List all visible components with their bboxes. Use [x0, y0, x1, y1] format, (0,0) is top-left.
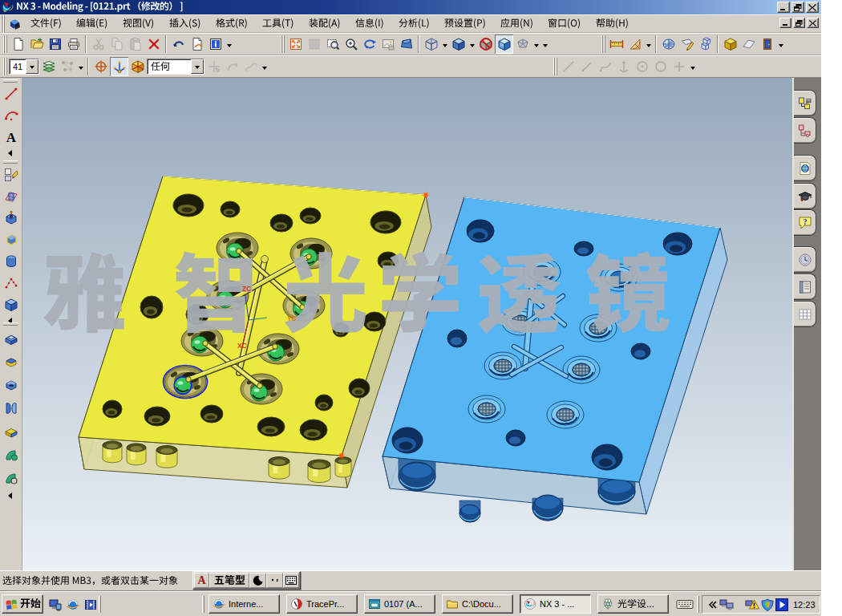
- menu-v[interactable]: [115, 16, 162, 31]
- cylinder-button[interactable]: [2, 252, 21, 271]
- point-construct-button[interactable]: [614, 57, 633, 76]
- menu-t[interactable]: [255, 16, 302, 31]
- exit-button[interactable]: [758, 34, 776, 54]
- chamfer-button[interactable]: [2, 352, 21, 371]
- restore-button[interactable]: [791, 2, 804, 13]
- part-document-icon[interactable]: [7, 18, 21, 30]
- wireframe-display-button[interactable]: [422, 34, 440, 54]
- task-lens-app[interactable]: [597, 594, 669, 614]
- edge-blend-button[interactable]: [2, 468, 21, 488]
- zoom-box-button[interactable]: [323, 34, 342, 54]
- layer-settings-button[interactable]: [39, 57, 58, 76]
- toolbar-grip[interactable]: [3, 79, 18, 83]
- expand-arrow-icon[interactable]: [2, 149, 19, 157]
- dropdown-arrow-icon[interactable]: [688, 57, 697, 76]
- combo-dropdown-button[interactable]: [191, 59, 204, 74]
- trim-body-button[interactable]: [2, 375, 21, 395]
- rotate-view-button[interactable]: [360, 34, 378, 54]
- menu-p[interactable]: [437, 16, 493, 31]
- text-tool-button[interactable]: A: [2, 128, 21, 147]
- wcs-orient-button[interactable]: [128, 57, 147, 76]
- tray-play-icon[interactable]: [775, 598, 788, 611]
- zoom-button[interactable]: [342, 34, 360, 54]
- task-explorer[interactable]: C:\Docu...: [442, 594, 513, 614]
- blend-button[interactable]: [2, 445, 21, 464]
- dropdown-arrow-icon[interactable]: [468, 34, 476, 54]
- toolbar-grip[interactable]: [3, 58, 7, 75]
- task-tracepro[interactable]: TracePr...: [286, 594, 358, 614]
- toolbar-grip[interactable]: [3, 322, 18, 326]
- minimize-button[interactable]: [777, 2, 790, 13]
- materials-tab[interactable]: [794, 301, 816, 327]
- dropdown-arrow-icon[interactable]: [776, 34, 785, 54]
- undo-button[interactable]: [169, 34, 188, 54]
- menu-f[interactable]: [23, 16, 69, 31]
- task-internet[interactable]: Interne...: [208, 594, 280, 614]
- paste-button[interactable]: [126, 34, 144, 54]
- line-button[interactable]: [559, 57, 577, 76]
- pan-view-button[interactable]: [378, 34, 397, 54]
- suppress-shading-button[interactable]: [476, 34, 495, 54]
- block-button[interactable]: [2, 295, 21, 314]
- facet-display-button[interactable]: [513, 34, 532, 54]
- subtract-button[interactable]: [2, 422, 21, 441]
- layer-category-button[interactable]: [58, 57, 76, 76]
- close-button[interactable]: [806, 2, 819, 13]
- snap-chain-button[interactable]: [241, 57, 260, 76]
- graphics-viewport[interactable]: ZC XC YC: [22, 78, 792, 570]
- start-button[interactable]: [2, 594, 43, 614]
- web-browser-tab[interactable]: [794, 155, 816, 181]
- new-button[interactable]: [9, 34, 27, 54]
- doc-restore-button[interactable]: [793, 18, 805, 28]
- menu-e[interactable]: [69, 16, 115, 31]
- perspective-button[interactable]: [397, 34, 415, 54]
- menu-i[interactable]: [348, 16, 391, 31]
- display-sheet-button[interactable]: [739, 34, 758, 54]
- sketch-line-button[interactable]: [2, 84, 21, 103]
- point-set-button[interactable]: [2, 274, 21, 293]
- wcs-dynamics-button[interactable]: [110, 57, 128, 76]
- circle-center-button[interactable]: [633, 57, 651, 76]
- tray-shield-icon[interactable]: [761, 598, 774, 611]
- tray-keyboard-icon[interactable]: [676, 598, 694, 611]
- history-tab[interactable]: [794, 246, 816, 273]
- shaded-display-button[interactable]: [449, 34, 468, 54]
- palettes-tab[interactable]: [794, 274, 816, 300]
- quick-launch-desktop[interactable]: [48, 598, 63, 612]
- dropdown-arrow-icon[interactable]: [225, 34, 233, 54]
- menu-a[interactable]: [302, 16, 348, 31]
- delete-button[interactable]: [144, 34, 163, 54]
- unite-button[interactable]: [2, 399, 21, 418]
- datum-plane-button[interactable]: [2, 187, 21, 206]
- toolbar-grip[interactable]: [281, 35, 285, 53]
- copy-button[interactable]: [107, 34, 126, 54]
- selection-filter-combo[interactable]: [147, 59, 204, 75]
- open-button[interactable]: [27, 34, 46, 54]
- fit-view-button[interactable]: [286, 34, 305, 54]
- ime-mode-button[interactable]: [209, 573, 249, 588]
- quick-launch-media[interactable]: [83, 598, 98, 612]
- sketch-arc-button[interactable]: [2, 106, 21, 125]
- shell-button[interactable]: [2, 329, 21, 348]
- menu-r[interactable]: [208, 16, 255, 31]
- snap-arrow-button[interactable]: [223, 57, 241, 76]
- cut-button[interactable]: [89, 34, 107, 54]
- toolbar-grip[interactable]: [3, 160, 18, 164]
- measure-distance-button[interactable]: [607, 34, 625, 54]
- ime-language-button[interactable]: A: [194, 573, 209, 588]
- training-tab[interactable]: [794, 183, 816, 209]
- face-analysis-button[interactable]: [659, 34, 678, 54]
- dropdown-arrow-icon[interactable]: [540, 34, 549, 54]
- toolbar-grip[interactable]: [601, 35, 605, 53]
- tray-network-icon[interactable]: [719, 598, 734, 611]
- save-button[interactable]: [46, 34, 64, 54]
- toolbar-grip[interactable]: [1, 15, 5, 33]
- extrude-button[interactable]: [2, 209, 21, 228]
- snap-point-button[interactable]: [204, 57, 223, 76]
- quick-launch-browser[interactable]: [66, 598, 80, 612]
- spline-button[interactable]: [596, 57, 614, 76]
- line-point-button[interactable]: [577, 57, 596, 76]
- menu-n[interactable]: [493, 16, 540, 31]
- menu-s[interactable]: [162, 16, 208, 31]
- ime-moon-icon[interactable]: [249, 573, 266, 588]
